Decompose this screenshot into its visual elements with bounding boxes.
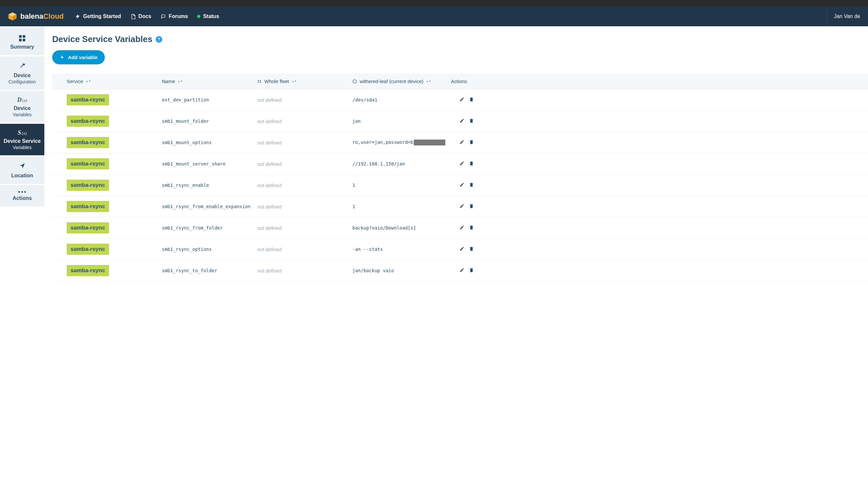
table-row: samba-rsyncsmb1_rsync_optionsnot defined…	[52, 239, 868, 260]
topbar-right[interactable]: Jan Van de	[826, 6, 860, 26]
row-actions	[451, 97, 484, 103]
logo-text-white: balena	[20, 12, 43, 20]
sidebar-item-sublabel: Configuration	[8, 79, 36, 85]
variable-name: smb1_rsync_from_folder	[162, 225, 257, 230]
location-arrow-icon	[19, 163, 26, 170]
delete-icon[interactable]	[469, 246, 474, 253]
table-row: samba-rsyncsmb1_mount_foldernot definedj…	[52, 111, 868, 132]
sort-icon: ▲▼	[426, 81, 431, 82]
browser-chrome	[0, 0, 868, 6]
nav-status[interactable]: Status	[197, 13, 219, 20]
fleet-value: not defined	[257, 225, 352, 231]
sidebar-item-actions[interactable]: Actions	[0, 185, 44, 208]
th-fleet[interactable]: Whole fleet ▲▼	[257, 78, 352, 84]
add-variable-button[interactable]: ＋ Add variable	[52, 50, 105, 64]
topbar: balenaCloud Getting Started Docs Forums …	[0, 6, 868, 26]
sidebar: Summary Device Configuration D(x) Device…	[0, 26, 44, 281]
nav-forums[interactable]: Forums	[161, 13, 188, 20]
edit-icon[interactable]	[460, 161, 464, 167]
variable-name: smb1_rsync_options	[162, 247, 257, 252]
sidebar-item-sublabel: Variables	[13, 145, 32, 150]
row-actions	[451, 203, 484, 210]
sidebar-item-label: Actions	[12, 195, 32, 201]
logo[interactable]: balenaCloud	[8, 12, 64, 21]
edit-icon[interactable]	[460, 246, 464, 253]
table-row: samba-rsyncsmb1_mount_optionsnot defined…	[52, 132, 868, 153]
service-pill: samba-rsync	[67, 265, 109, 276]
sort-icon: ▲▼	[86, 81, 91, 82]
help-icon[interactable]: ?	[156, 36, 162, 43]
row-actions	[451, 161, 484, 167]
service-pill: samba-rsync	[67, 180, 109, 191]
service-pill: samba-rsync	[67, 158, 109, 169]
device-value: 1	[352, 183, 451, 188]
row-actions	[451, 246, 484, 253]
delete-icon[interactable]	[469, 118, 474, 124]
fleet-value: not defined	[257, 247, 352, 252]
device-value: jan	[352, 119, 451, 124]
fleet-value: not defined	[257, 119, 352, 124]
service-pill: samba-rsync	[67, 222, 109, 233]
delete-icon[interactable]	[469, 139, 474, 146]
variable-name: smb1_rsync_to_folder	[162, 268, 257, 273]
edit-icon[interactable]	[460, 267, 464, 274]
layout: Summary Device Configuration D(x) Device…	[0, 26, 868, 281]
fleet-value: not defined	[257, 268, 352, 274]
nav-getting-started[interactable]: Getting Started	[75, 13, 121, 20]
th-name[interactable]: Name ▲▼	[162, 78, 257, 84]
sidebar-item-summary[interactable]: Summary	[0, 26, 44, 57]
plus-icon: ＋	[59, 54, 65, 61]
sidebar-item-device-service-vars[interactable]: S(x) Device Service Variables	[0, 124, 44, 157]
sidebar-item-device-vars[interactable]: D(x) Device Variables	[0, 91, 44, 124]
delete-icon[interactable]	[469, 97, 474, 103]
nav-forums-label: Forums	[169, 13, 188, 20]
variable-name: smb1_rsync_from_enable_expansion	[162, 204, 257, 209]
variable-name: smb1_mount_server_share	[162, 161, 257, 166]
fleet-value: not defined	[257, 204, 352, 210]
th-device[interactable]: withered-leaf (current device) ▲▼	[352, 78, 451, 84]
row-actions	[451, 182, 484, 189]
grid-icon	[19, 32, 25, 41]
table-row: samba-rsyncsmb1_mount_server_sharenot de…	[52, 153, 868, 175]
edit-icon[interactable]	[460, 118, 464, 124]
edit-icon[interactable]	[460, 182, 464, 189]
table-header-row: Service ▲▼ Name ▲▼ Whole fleet ▲▼ wither…	[52, 73, 868, 89]
edit-icon[interactable]	[460, 203, 464, 210]
variable-name: ext_dev_partition	[162, 97, 257, 102]
delete-icon[interactable]	[469, 182, 474, 189]
sidebar-item-label: Device Service	[4, 138, 41, 144]
dx-icon: D(x)	[17, 97, 27, 103]
table-row: samba-rsyncext_dev_partitionnot defined/…	[52, 89, 868, 111]
edit-icon[interactable]	[460, 97, 464, 103]
nav-docs[interactable]: Docs	[130, 13, 151, 20]
delete-icon[interactable]	[469, 161, 474, 167]
row-actions	[451, 267, 484, 274]
edit-icon[interactable]	[460, 225, 464, 231]
logo-text-gold: Cloud	[43, 12, 64, 20]
table-row: samba-rsyncsmb1_rsync_to_foldernot defin…	[52, 260, 868, 281]
variable-name: smb1_mount_folder	[162, 119, 257, 124]
service-pill: samba-rsync	[67, 116, 109, 127]
cube-small-icon	[352, 79, 357, 84]
delete-icon[interactable]	[469, 225, 474, 231]
cube-icon	[8, 12, 17, 21]
fleet-icon	[257, 79, 262, 84]
edit-icon[interactable]	[460, 139, 464, 146]
wrench-icon	[19, 62, 26, 70]
fleet-value: not defined	[257, 140, 352, 146]
fleet-value: not defined	[257, 161, 352, 167]
sx-icon: S(x)	[18, 130, 27, 136]
delete-icon[interactable]	[469, 203, 474, 210]
delete-icon[interactable]	[469, 267, 474, 274]
sidebar-item-location[interactable]: Location	[0, 157, 44, 185]
device-value: /dev/sda1	[352, 97, 451, 102]
sort-icon: ▲▼	[178, 81, 183, 82]
th-service[interactable]: Service ▲▼	[67, 78, 162, 84]
sidebar-item-label: Device	[14, 105, 31, 111]
fleet-value: not defined	[257, 97, 352, 103]
table-row: samba-rsyncsmb1_rsync_from_foldernot def…	[52, 217, 868, 239]
device-value: ro,user=jan,password=b	[352, 139, 451, 146]
sidebar-item-device-config[interactable]: Device Configuration	[0, 57, 44, 91]
chat-icon	[161, 14, 166, 20]
device-value: 1	[352, 204, 451, 209]
